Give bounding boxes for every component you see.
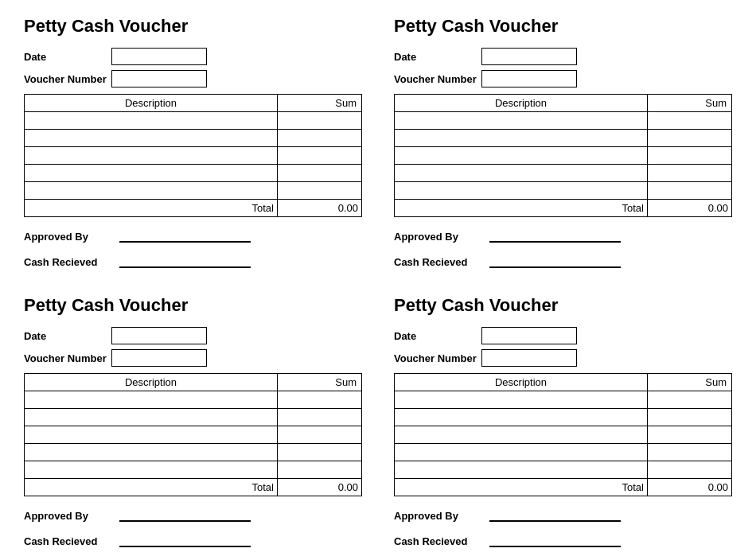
voucher-3-total-row: Total 0.00 — [25, 479, 362, 496]
voucher-3-sum-header: Sum — [278, 374, 362, 391]
voucher-1-approved-row: Approved By — [24, 228, 362, 243]
voucher-1-approved-label: Approved By — [24, 231, 119, 243]
table-row — [395, 112, 732, 130]
voucher-3-desc-header: Description — [25, 374, 278, 391]
table-row — [25, 147, 362, 165]
voucher-2-table: Description Sum Total 0.00 — [394, 94, 732, 217]
voucher-3-date-label: Date — [24, 330, 111, 342]
voucher-4-number-input[interactable] — [481, 349, 577, 367]
voucher-4-number-label: Voucher Number — [394, 352, 481, 364]
voucher-1-number-label: Voucher Number — [24, 73, 111, 85]
voucher-2-total-label: Total — [395, 200, 648, 217]
voucher-3-signatures: Approved By Cash Recieved — [24, 508, 362, 547]
voucher-4-date-input[interactable] — [481, 327, 577, 344]
voucher-1: Petty Cash Voucher Date Voucher Number D… — [24, 16, 362, 279]
voucher-2-signatures: Approved By Cash Recieved — [394, 228, 732, 268]
voucher-4: Petty Cash Voucher Date Voucher Number D… — [394, 295, 732, 558]
voucher-2-number-input[interactable] — [481, 70, 577, 88]
voucher-4-approved-label: Approved By — [394, 510, 489, 522]
voucher-2-total-value: 0.00 — [648, 200, 732, 217]
voucher-3-date-row: Date — [24, 327, 362, 344]
voucher-1-date-row: Date — [24, 48, 362, 65]
voucher-4-signatures: Approved By Cash Recieved — [394, 508, 732, 547]
voucher-2-title: Petty Cash Voucher — [394, 16, 732, 37]
voucher-4-date-label: Date — [394, 330, 481, 342]
table-row — [25, 112, 362, 130]
voucher-1-cash-row: Cash Recieved — [24, 254, 362, 268]
voucher-2-sum-header: Sum — [648, 95, 732, 112]
voucher-4-desc-header: Description — [395, 374, 648, 391]
voucher-1-number-input[interactable] — [111, 70, 207, 88]
voucher-3-number-row: Voucher Number — [24, 349, 362, 367]
voucher-3-date-input[interactable] — [111, 327, 207, 344]
table-row — [25, 426, 362, 444]
voucher-1-signatures: Approved By Cash Recieved — [24, 228, 362, 268]
voucher-4-total-row: Total 0.00 — [395, 479, 732, 496]
voucher-1-title: Petty Cash Voucher — [24, 16, 362, 37]
voucher-3-number-label: Voucher Number — [24, 352, 111, 364]
voucher-2-date-row: Date — [394, 48, 732, 65]
voucher-2-number-label: Voucher Number — [394, 73, 481, 85]
voucher-2-date-label: Date — [394, 51, 481, 63]
voucher-1-date-input[interactable] — [111, 48, 207, 65]
voucher-3-cash-label: Cash Recieved — [24, 535, 119, 547]
table-row — [25, 444, 362, 461]
table-row — [25, 409, 362, 426]
voucher-2-date-input[interactable] — [481, 48, 577, 65]
voucher-3-approved-row: Approved By — [24, 508, 362, 522]
voucher-3-cash-line — [119, 533, 251, 547]
voucher-1-cash-line — [119, 254, 251, 268]
table-row — [395, 147, 732, 165]
voucher-3-number-input[interactable] — [111, 349, 207, 367]
voucher-1-cash-label: Cash Recieved — [24, 256, 119, 268]
table-row — [395, 426, 732, 444]
voucher-3-total-label: Total — [25, 479, 278, 496]
voucher-2-cash-row: Cash Recieved — [394, 254, 732, 268]
voucher-1-desc-header: Description — [25, 95, 278, 112]
voucher-1-total-label: Total — [25, 200, 278, 217]
voucher-2: Petty Cash Voucher Date Voucher Number D… — [394, 16, 732, 279]
voucher-2-cash-label: Cash Recieved — [394, 256, 489, 268]
table-row — [25, 165, 362, 182]
voucher-2-approved-row: Approved By — [394, 228, 732, 243]
voucher-4-number-row: Voucher Number — [394, 349, 732, 367]
voucher-1-table: Description Sum Total 0.00 — [24, 94, 362, 217]
voucher-3-table: Description Sum Total 0.00 — [24, 373, 362, 496]
voucher-1-total-value: 0.00 — [278, 200, 362, 217]
table-row — [25, 130, 362, 147]
voucher-4-total-label: Total — [395, 479, 648, 496]
voucher-2-cash-line — [489, 254, 621, 268]
voucher-2-total-row: Total 0.00 — [395, 200, 732, 217]
voucher-1-total-row: Total 0.00 — [25, 200, 362, 217]
table-row — [395, 130, 732, 147]
table-row — [25, 182, 362, 200]
voucher-2-approved-label: Approved By — [394, 231, 489, 243]
voucher-1-number-row: Voucher Number — [24, 70, 362, 88]
voucher-1-date-label: Date — [24, 51, 111, 63]
voucher-3-total-value: 0.00 — [278, 479, 362, 496]
voucher-4-approved-row: Approved By — [394, 508, 732, 522]
table-row — [25, 391, 362, 409]
voucher-3: Petty Cash Voucher Date Voucher Number D… — [24, 295, 362, 558]
table-row — [395, 444, 732, 461]
voucher-4-sum-header: Sum — [648, 374, 732, 391]
table-row — [395, 461, 732, 479]
vouchers-grid: Petty Cash Voucher Date Voucher Number D… — [24, 16, 732, 558]
voucher-3-cash-row: Cash Recieved — [24, 533, 362, 547]
page: Petty Cash Voucher Date Voucher Number D… — [0, 0, 756, 560]
voucher-4-approved-line — [489, 508, 621, 522]
voucher-4-table: Description Sum Total 0.00 — [394, 373, 732, 496]
table-row — [395, 409, 732, 426]
voucher-3-approved-line — [119, 508, 251, 522]
voucher-4-date-row: Date — [394, 327, 732, 344]
voucher-2-desc-header: Description — [395, 95, 648, 112]
voucher-1-sum-header: Sum — [278, 95, 362, 112]
voucher-3-approved-label: Approved By — [24, 510, 119, 522]
table-row — [395, 182, 732, 200]
voucher-4-cash-line — [489, 533, 621, 547]
voucher-4-total-value: 0.00 — [648, 479, 732, 496]
voucher-2-approved-line — [489, 228, 621, 243]
voucher-2-number-row: Voucher Number — [394, 70, 732, 88]
voucher-4-cash-label: Cash Recieved — [394, 535, 489, 547]
table-row — [395, 165, 732, 182]
